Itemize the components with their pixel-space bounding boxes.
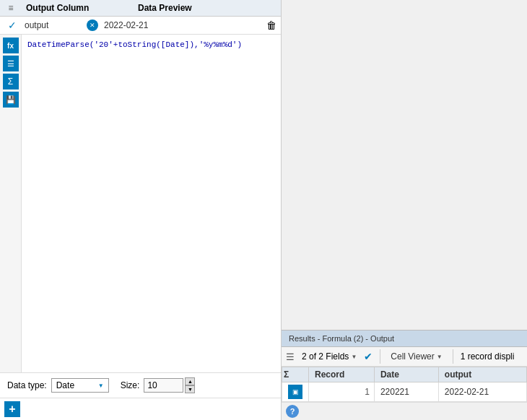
- col-header-selector: Σ: [282, 367, 309, 382]
- canvas-area: 📖 🧪 output =DateTimeParse('20'+toString(…: [282, 0, 527, 330]
- data-type-row: Data type: Date ▼ Size: ▲ ▼: [0, 373, 281, 398]
- formula-editor[interactable]: DateTimeParse('20'+toString([Date]),'%y%…: [27, 39, 275, 51]
- row-check-icon: ✓: [8, 19, 17, 31]
- col-header-record: Record: [309, 367, 375, 382]
- cell-viewer-button[interactable]: Cell Viewer ▼: [388, 350, 445, 363]
- fields-count: 2 of 2 Fields: [302, 351, 349, 362]
- fields-dropdown[interactable]: 2 of 2 Fields ▼: [299, 350, 360, 363]
- delete-row-button[interactable]: 🗑: [265, 18, 278, 32]
- add-row-button[interactable]: +: [4, 401, 20, 417]
- data-type-select[interactable]: Date ▼: [51, 378, 109, 393]
- help-button[interactable]: ?: [286, 405, 299, 418]
- clear-icon[interactable]: ✕: [87, 19, 98, 31]
- clear-button[interactable]: ✕: [87, 19, 98, 31]
- output-column-header: Output Column: [22, 0, 134, 16]
- data-type-value: Date: [56, 380, 74, 390]
- results-toolbar: ☰ 2 of 2 Fields ▼ ✔ Cell Viewer ▼ 1 reco…: [282, 347, 527, 367]
- col-header-output: output: [438, 367, 526, 382]
- cell-viewer-arrow: ▼: [437, 354, 443, 360]
- cell-viewer-label: Cell Viewer: [391, 351, 434, 362]
- size-input[interactable]: [144, 378, 183, 393]
- left-panel: ≡ Output Column Data Preview ✓ output ✕ …: [0, 0, 282, 420]
- col-header-date: Date: [374, 367, 438, 382]
- checkmark-icon: ✔: [364, 351, 373, 362]
- data-type-label: Data type:: [7, 380, 47, 390]
- row-output: 2022-02-21: [438, 382, 526, 402]
- size-up-button[interactable]: ▲: [185, 377, 195, 385]
- results-table: Σ Record Date output ▣ 1 220221 2022-02-…: [282, 367, 527, 402]
- columns-button[interactable]: ☰: [3, 56, 19, 71]
- sigma-button[interactable]: Σ: [3, 74, 19, 89]
- row-num: 1: [309, 382, 375, 402]
- row-date: 220221: [374, 382, 438, 402]
- table-icon: ☰: [286, 351, 295, 362]
- size-down-button[interactable]: ▼: [185, 385, 195, 393]
- toolbar-divider: [380, 349, 380, 364]
- main-container: ≡ Output Column Data Preview ✓ output ✕ …: [0, 0, 527, 420]
- results-header: Results - Formula (2) - Output: [282, 331, 527, 347]
- preview-value: 2022-02-21: [101, 19, 265, 32]
- save-formula-button[interactable]: 💾: [3, 92, 19, 108]
- results-panel: Results - Formula (2) - Output ☰ 2 of 2 …: [282, 330, 527, 420]
- row-icon: ▣: [288, 385, 302, 399]
- table-row: ▣ 1 220221 2022-02-21: [282, 382, 527, 402]
- records-display: 1 record displi: [461, 351, 515, 362]
- data-type-arrow: ▼: [98, 382, 104, 389]
- row-icon-cell: ▣: [282, 382, 309, 402]
- right-panel: 📖 🧪 output =DateTimeParse('20'+toString(…: [282, 0, 527, 420]
- toolbar-divider2: [453, 349, 453, 364]
- size-label: Size:: [121, 380, 140, 390]
- fields-dropdown-arrow: ▼: [351, 354, 357, 360]
- fx-button[interactable]: fx: [3, 38, 19, 53]
- preview-column-header: Data Preview: [134, 0, 281, 16]
- bottom-bar: ?: [282, 402, 527, 420]
- output-name: output: [22, 19, 87, 32]
- sort-icon: ≡: [8, 3, 13, 13]
